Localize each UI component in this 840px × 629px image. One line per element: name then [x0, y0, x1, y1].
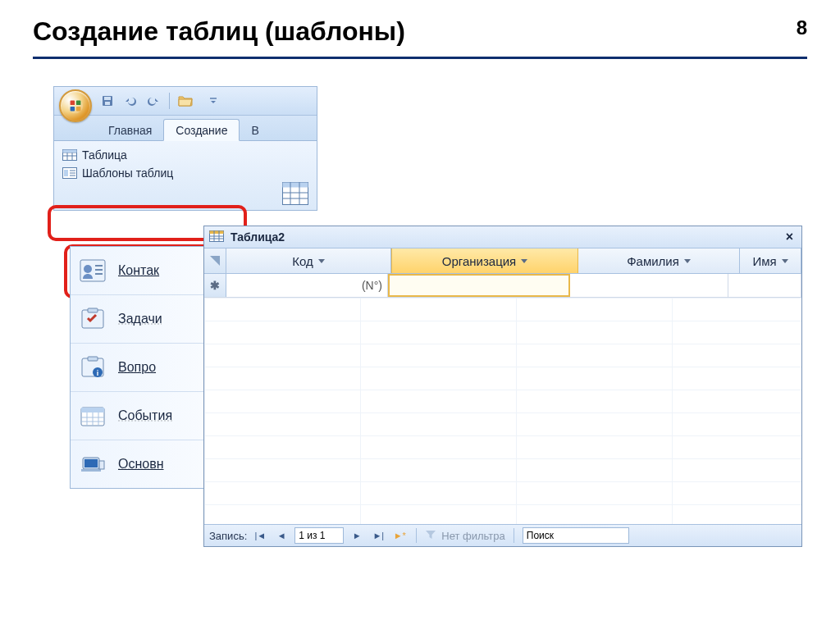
- template-item-label: События: [118, 408, 172, 423]
- template-item-label: Задачи: [118, 312, 162, 326]
- svg-rect-6: [104, 97, 111, 100]
- column-header-label: Фамилия: [627, 254, 679, 268]
- qat-divider: [169, 93, 170, 109]
- svg-rect-49: [210, 230, 224, 234]
- dropdown-icon[interactable]: [684, 259, 691, 263]
- template-item-label: Вопро: [118, 360, 156, 375]
- assets-icon: [79, 452, 107, 476]
- column-header-label: Организация: [442, 254, 516, 268]
- svg-rect-46: [81, 469, 101, 472]
- tab-create[interactable]: Создание: [163, 119, 240, 141]
- svg-rect-45: [84, 459, 98, 467]
- office-button[interactable]: [59, 89, 92, 122]
- ribbon-item-label: Таблица: [82, 148, 127, 162]
- template-item-tasks[interactable]: Задачи: [71, 295, 206, 344]
- cell-lastname[interactable]: [570, 274, 728, 297]
- svg-rect-32: [88, 308, 98, 312]
- svg-rect-14: [63, 150, 77, 153]
- record-label: Запись:: [209, 530, 247, 542]
- calendar-icon: [79, 403, 107, 428]
- column-header-row: Код Организация Фамилия Имя: [204, 248, 801, 274]
- column-header-lastname[interactable]: Фамилия: [578, 248, 740, 273]
- search-input[interactable]: [523, 527, 629, 544]
- open-folder-icon[interactable]: [178, 93, 193, 108]
- datasheet-tab-bar: Таблица2 ×: [204, 226, 801, 248]
- filter-icon: [425, 529, 436, 543]
- ribbon-tabs: Главная Создание В: [54, 116, 317, 141]
- tab-next[interactable]: В: [240, 120, 270, 140]
- nav-next-icon[interactable]: ►: [349, 527, 365, 544]
- table-grid-icon: [62, 148, 77, 162]
- svg-rect-3: [71, 107, 75, 112]
- table-grid-large-icon[interactable]: [282, 182, 308, 205]
- title-divider: [33, 57, 807, 59]
- column-header-firstname[interactable]: Имя: [740, 248, 801, 273]
- close-icon[interactable]: ×: [783, 230, 797, 244]
- template-item-contacts[interactable]: Контак: [71, 247, 206, 295]
- svg-rect-21: [283, 183, 308, 188]
- slide-title: Создание таблиц (шаблоны): [33, 16, 405, 46]
- svg-rect-16: [64, 170, 68, 176]
- save-icon[interactable]: [100, 93, 115, 108]
- cell-firstname[interactable]: [728, 274, 801, 297]
- status-separator: [416, 528, 417, 543]
- column-header-label: Имя: [752, 254, 776, 268]
- dropdown-icon[interactable]: [782, 259, 788, 263]
- new-record-indicator: ✱: [204, 274, 226, 297]
- svg-point-27: [84, 265, 92, 273]
- page-number: 8: [797, 16, 807, 39]
- ribbon-item-table-templates[interactable]: Шаблоны таблиц: [59, 164, 312, 182]
- cell-id-placeholder: (N°): [226, 274, 388, 297]
- nav-first-icon[interactable]: |◄: [252, 527, 268, 544]
- template-item-label: Контак: [118, 263, 159, 278]
- svg-rect-4: [76, 107, 81, 112]
- nav-new-icon[interactable]: ►*: [391, 527, 408, 544]
- ribbon-item-table[interactable]: Таблица: [59, 146, 312, 164]
- svg-rect-47: [99, 461, 104, 469]
- qat-customize-icon[interactable]: [206, 93, 221, 108]
- datasheet-table-icon: [209, 230, 224, 244]
- dropdown-icon[interactable]: [521, 259, 527, 263]
- issues-icon: i: [79, 355, 107, 380]
- cell-company-input[interactable]: [388, 274, 570, 297]
- template-item-label: Основн: [118, 457, 164, 472]
- ribbon-group-tables: Таблица Шаблоны таблиц: [54, 141, 317, 210]
- quick-access-toolbar: [54, 87, 317, 116]
- select-all-cell[interactable]: [204, 248, 226, 273]
- tab-home[interactable]: Главная: [97, 120, 163, 140]
- svg-rect-38: [81, 408, 104, 412]
- template-item-assets[interactable]: Основн: [71, 440, 206, 488]
- column-header-id[interactable]: Код: [226, 248, 391, 273]
- template-item-events[interactable]: События: [71, 392, 206, 440]
- datasheet-tab-title[interactable]: Таблица2: [231, 230, 285, 244]
- ribbon-item-label: Шаблоны таблиц: [82, 166, 173, 180]
- undo-icon[interactable]: [123, 93, 138, 108]
- datasheet-window: Таблица2 × Код Организация Фамилия Имя ✱…: [203, 226, 802, 547]
- svg-point-0: [68, 98, 83, 113]
- svg-rect-1: [71, 101, 75, 105]
- dropdown-icon[interactable]: [318, 259, 325, 263]
- template-card-icon: [62, 166, 77, 180]
- nav-last-icon[interactable]: ►|: [370, 527, 386, 544]
- access-ribbon-window: Главная Создание В Таблица Шаблоны табли…: [53, 86, 317, 211]
- slide-header: Создание таблиц (шаблоны) 8: [33, 16, 807, 59]
- record-navigator: Запись: |◄ ◄ ► ►| ►* Нет фильтра: [204, 524, 801, 546]
- tasks-icon: [79, 307, 107, 331]
- template-dropdown: Контак Задачи i Вопро События Основн: [70, 246, 207, 489]
- contacts-icon: [79, 258, 107, 283]
- new-record-row[interactable]: ✱ (N°): [204, 274, 801, 298]
- status-separator: [514, 528, 514, 543]
- redo-icon[interactable]: [146, 93, 161, 108]
- record-position-input[interactable]: [294, 527, 344, 544]
- column-header-label: Код: [292, 254, 313, 268]
- column-header-company[interactable]: Организация: [391, 248, 578, 273]
- svg-rect-7: [105, 102, 110, 105]
- datasheet-body[interactable]: [204, 298, 801, 524]
- svg-rect-2: [76, 101, 81, 105]
- svg-rect-34: [88, 357, 98, 361]
- office-logo-icon: [66, 97, 84, 115]
- template-item-issues[interactable]: i Вопро: [71, 344, 206, 392]
- svg-text:i: i: [97, 369, 99, 377]
- nav-prev-icon[interactable]: ◄: [273, 527, 290, 544]
- no-filter-label: Нет фильтра: [441, 530, 504, 542]
